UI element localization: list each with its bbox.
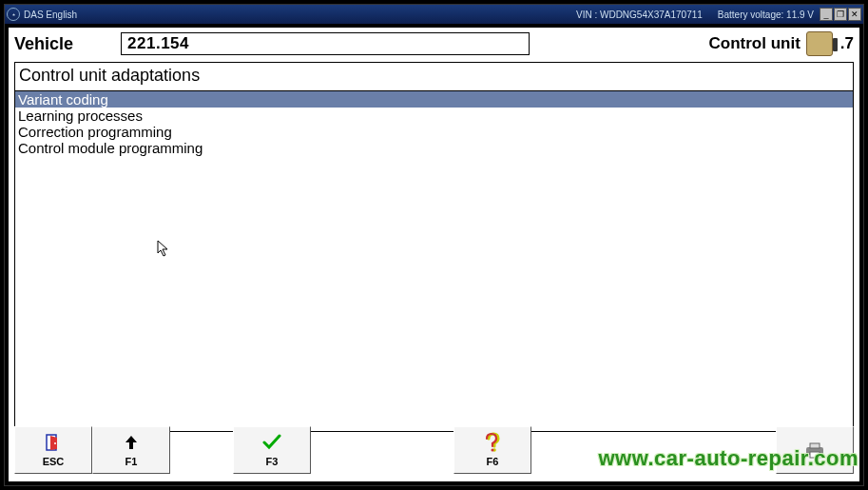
control-unit-label: Control unit [709,34,800,53]
svg-point-1 [54,442,56,444]
header-row: Vehicle 221.154 Control unit .7 [9,28,859,62]
f6-button[interactable]: F6 [453,426,531,474]
app-title: DAS English [24,10,77,20]
list-item-learning-processes[interactable]: Learning processes [15,108,853,124]
print-button[interactable] [776,426,854,474]
svg-rect-5 [810,443,820,448]
esc-label: ESC [43,456,65,467]
checkmark-icon [262,433,281,452]
vehicle-value: 221.154 [121,32,530,55]
f1-button[interactable]: F1 [92,426,170,474]
panel-title: Control unit adaptations [15,63,853,91]
esc-button[interactable]: ESC [14,426,92,474]
app-body: Vehicle 221.154 Control unit .7 Control … [9,28,859,481]
vehicle-label: Vehicle [14,34,73,54]
adaptations-panel: Control unit adaptations Variant coding … [14,62,854,432]
vin-label: VIN : WDDNG54X37A170711 [576,10,703,20]
list-item-control-module-programming[interactable]: Control module programming [15,140,853,156]
list-item-correction-programming[interactable]: Correction programming [15,124,853,140]
svg-rect-6 [810,452,820,458]
mercedes-logo-icon: ⋆ [7,8,20,21]
exit-door-icon [44,433,63,452]
f1-label: F1 [125,456,138,467]
f3-button[interactable]: F3 [233,426,311,474]
maximize-button[interactable]: ❐ [834,8,847,21]
minimize-button[interactable]: _ [820,8,833,21]
control-unit-icon [806,31,833,56]
battery-voltage-label: Battery voltage: 11.9 V [718,10,814,20]
printer-icon [804,441,825,460]
f6-label: F6 [487,456,499,467]
list-item-variant-coding[interactable]: Variant coding [15,91,853,108]
f3-label: F3 [266,456,279,467]
up-arrow-icon [123,433,140,452]
function-button-bar: ESC F1 F3 [14,426,854,478]
close-button[interactable]: ✕ [848,8,861,21]
control-unit-value: .7 [840,34,854,53]
svg-point-3 [492,449,494,452]
title-bar: ⋆ DAS English VIN : WDDNG54X37A170711 Ba… [5,5,863,24]
window-frame: ⋆ DAS English VIN : WDDNG54X37A170711 Ba… [4,4,864,486]
help-icon [483,433,502,452]
